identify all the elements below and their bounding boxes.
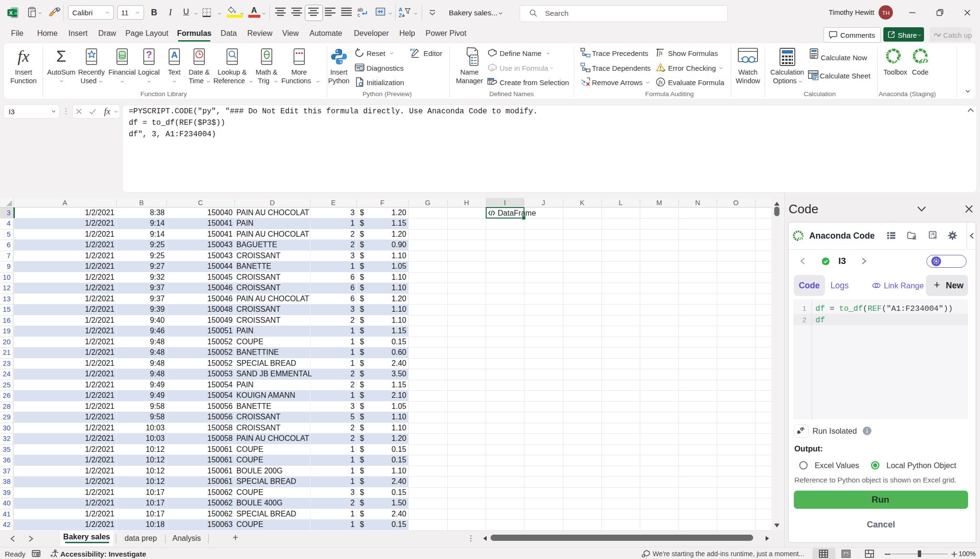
svg-text:Z: Z bbox=[399, 12, 402, 18]
svg-text:A: A bbox=[171, 50, 178, 60]
svg-text:i: i bbox=[360, 67, 361, 71]
svg-text:c: c bbox=[357, 12, 360, 18]
svg-text:fx: fx bbox=[658, 79, 663, 86]
svg-text:A: A bbox=[399, 7, 402, 12]
svg-text:?: ? bbox=[146, 49, 152, 60]
svg-text:fx: fx bbox=[491, 67, 494, 71]
svg-text:X: X bbox=[9, 10, 13, 16]
svg-text:PY: PY bbox=[410, 48, 415, 52]
svg-text:fx: fx bbox=[658, 50, 662, 56]
